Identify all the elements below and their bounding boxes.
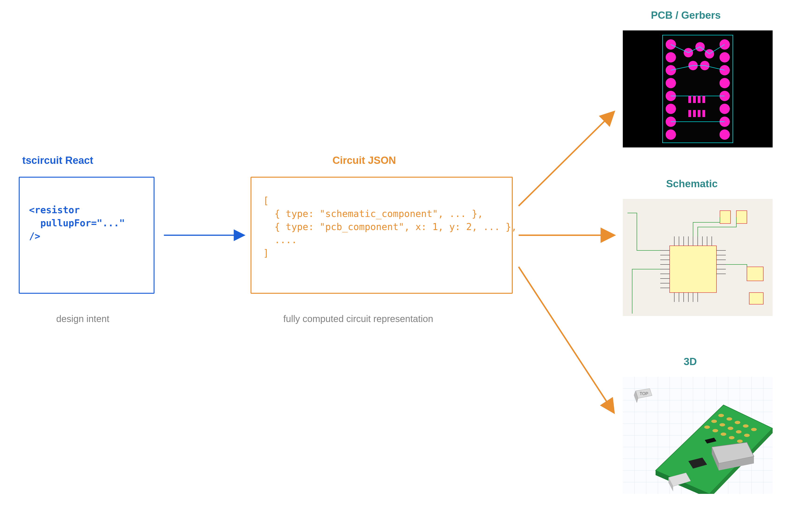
threed-title: 3D [684,356,697,367]
svg-rect-28 [693,110,696,117]
svg-rect-24 [693,96,696,103]
react-box: <resistor pullupFor="..." /> [19,177,154,294]
svg-point-95 [718,414,724,417]
svg-point-108 [729,436,735,439]
svg-point-5 [666,78,676,88]
pcb-title: PCB / Gerbers [651,10,721,21]
react-code: <resistor pullupFor="..." /> [20,178,154,252]
svg-point-101 [719,423,725,426]
svg-rect-23 [688,96,691,103]
schematic-title: Schematic [666,178,718,190]
svg-point-15 [719,104,730,114]
react-title: tscircuit React [22,154,93,166]
svg-point-109 [737,440,743,443]
svg-point-100 [711,420,717,423]
svg-rect-66 [736,211,747,224]
svg-rect-63 [747,267,763,281]
svg-rect-27 [688,110,691,117]
svg-rect-25 [698,96,700,103]
schematic-thumbnail [623,199,773,316]
svg-text:TOP: TOP [640,391,648,396]
arrow-json-to-pcb [518,112,613,206]
svg-point-9 [666,129,676,140]
svg-rect-64 [749,292,763,304]
svg-rect-26 [702,96,705,103]
json-title: Circuit JSON [333,154,396,166]
pcb-thumbnail [623,31,773,148]
svg-rect-32 [669,246,716,292]
svg-point-98 [743,424,749,428]
svg-point-7 [666,104,676,114]
svg-rect-1 [663,35,733,143]
arrow-json-to-3d [518,267,613,412]
svg-point-104 [744,434,750,437]
svg-point-11 [719,52,730,62]
svg-point-96 [726,417,732,421]
json-caption: fully computed circuit representation [283,314,433,324]
svg-point-99 [751,428,757,431]
svg-point-103 [736,430,741,434]
svg-point-106 [713,429,718,432]
svg-point-17 [719,129,730,140]
svg-rect-65 [720,211,731,224]
svg-point-13 [719,78,730,88]
svg-point-105 [704,425,710,429]
json-box: [ { type: "schematic_component", ... }, … [250,177,513,294]
json-code: [ { type: "schematic_component", ... }, … [251,178,512,269]
svg-point-102 [728,427,733,430]
svg-rect-30 [702,110,705,117]
threed-thumbnail: TOP [623,377,773,494]
svg-point-97 [735,421,740,424]
react-caption: design intent [56,314,109,324]
svg-point-3 [666,52,676,62]
svg-point-107 [721,433,726,436]
svg-rect-29 [698,110,700,117]
